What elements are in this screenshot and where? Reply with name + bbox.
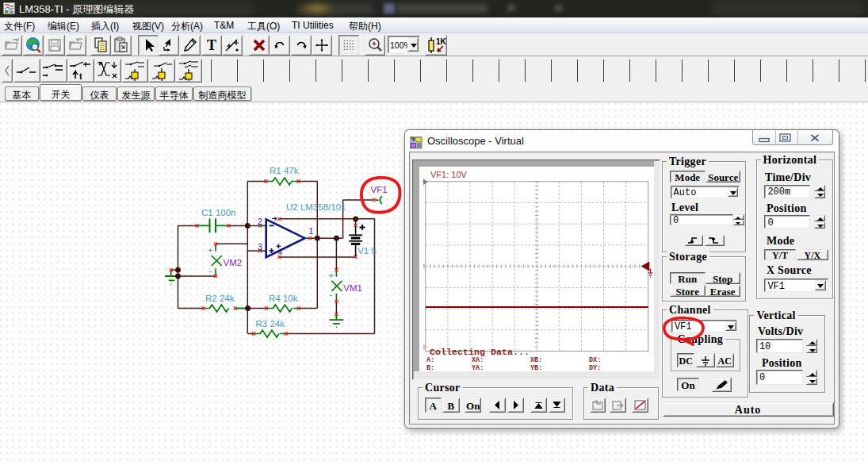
svg-text:t: t <box>79 71 82 81</box>
svg-text:+: + <box>208 245 212 255</box>
svg-text:1K: 1K <box>436 37 446 46</box>
svg-text:A:: A: <box>426 356 434 364</box>
svg-text:U2 LM358/101: U2 LM358/101 <box>286 202 346 212</box>
svg-text:C1 100n: C1 100n <box>201 208 235 217</box>
svg-text:1: 1 <box>309 226 314 236</box>
svg-text:VF1: VF1 <box>371 185 388 194</box>
svg-text:YA:: YA: <box>472 364 484 371</box>
svg-text:-: - <box>330 290 333 299</box>
svg-text:B:: B: <box>426 364 434 371</box>
svg-text:VM2: VM2 <box>224 258 243 267</box>
svg-text:2: 2 <box>258 217 262 226</box>
svg-text:VF1: 10V: VF1: 10V <box>430 170 468 179</box>
svg-text:R4 10k: R4 10k <box>269 294 298 303</box>
svg-text:VM1: VM1 <box>343 283 362 293</box>
svg-text:YB:: YB: <box>530 364 542 371</box>
svg-text:8: 8 <box>277 251 284 255</box>
svg-text:R1 47k: R1 47k <box>270 166 299 175</box>
svg-text:DX:: DX: <box>589 356 601 364</box>
svg-text:DY:: DY: <box>589 364 601 371</box>
svg-text:T: T <box>207 37 216 53</box>
svg-text:XA:: XA: <box>472 356 484 364</box>
svg-text:-: - <box>208 266 212 275</box>
svg-text:R3 24k: R3 24k <box>256 319 285 329</box>
svg-text:R2 24k: R2 24k <box>205 294 235 303</box>
svg-text:+: + <box>329 271 334 280</box>
svg-text:V1 5: V1 5 <box>358 246 377 256</box>
svg-text:XB:: XB: <box>530 356 542 364</box>
svg-text:3: 3 <box>258 242 262 252</box>
